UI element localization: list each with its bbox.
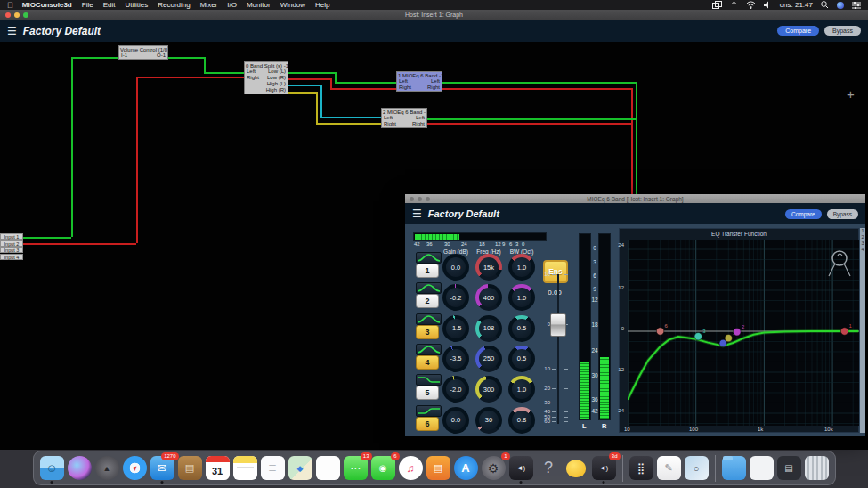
dock-books[interactable]: ▤ <box>426 455 451 481</box>
band-5-freq-knob[interactable]: 300 <box>475 376 502 403</box>
dock-minimized-window[interactable] <box>749 455 775 481</box>
band-2-gain-knob[interactable]: -0.2 <box>442 284 469 311</box>
eq-bypass-button[interactable]: Bypass <box>827 209 858 219</box>
band-6-enable-button[interactable]: 6 <box>416 417 439 431</box>
wifi-icon[interactable] <box>746 1 756 9</box>
port-Left[interactable]: Left <box>416 115 425 121</box>
dock-reminders[interactable]: ☰ <box>260 455 286 481</box>
dock-launchpad[interactable]: ▲ <box>94 455 120 481</box>
band-2-shape-button[interactable] <box>416 282 442 294</box>
eq-traffic-lights[interactable] <box>410 197 430 201</box>
port-I-1[interactable]: I-1 <box>121 53 127 59</box>
fader-handle[interactable] <box>550 313 566 337</box>
dock-safari[interactable]: ➤ <box>122 455 148 481</box>
graph-node-eq2[interactable]: 2 MIOEq 6 Band -1LeftLeftRightRight <box>381 108 427 128</box>
graph-preset-name[interactable]: Factory Default <box>23 25 101 37</box>
dock-facetime[interactable]: ◉6 <box>370 455 396 481</box>
band-2-freq-knob[interactable]: 400 <box>475 284 502 311</box>
input-tag-3[interactable]: Input 3 <box>0 247 23 253</box>
eq-band-1-handle[interactable] <box>840 328 848 335</box>
dock-finder[interactable]: ☺ <box>39 455 65 481</box>
input-tag-4[interactable]: Input 4 <box>0 254 23 260</box>
eq-minimize-button[interactable] <box>418 197 422 201</box>
band-1-bw-knob[interactable]: 1.0 <box>508 254 535 281</box>
dock-help[interactable]: ? <box>536 455 562 481</box>
graph-node-bandsplit[interactable]: 0 Band Split (s) -1LeftLow (L)RightLow (… <box>244 61 288 94</box>
traffic-lights[interactable] <box>5 12 28 18</box>
fader-track[interactable] <box>557 274 559 424</box>
graph-node-volume[interactable]: Volume Control (1/8I-1O-1 <box>118 45 168 60</box>
volume-icon[interactable] <box>764 1 772 9</box>
port-Right[interactable]: Right <box>247 75 259 81</box>
menu-item-utilities[interactable]: Utilities <box>125 1 148 9</box>
band-4-freq-knob[interactable]: 250 <box>475 346 502 372</box>
dock-mail[interactable]: ✉1270 <box>150 455 175 481</box>
dock-textedit[interactable]: ✎ <box>656 455 682 481</box>
control-center-icon[interactable] <box>852 2 861 9</box>
menu-item-help[interactable]: Help <box>315 1 329 9</box>
compare-button[interactable]: Compare <box>777 26 819 36</box>
port-Right[interactable]: Right <box>384 121 396 127</box>
band-5-bw-knob[interactable]: 1.0 <box>508 376 535 403</box>
zoom-button[interactable] <box>23 12 28 18</box>
eq-band-6-handle[interactable] <box>656 328 663 335</box>
dock-maps[interactable]: ◆ <box>288 455 313 481</box>
airplay-icon[interactable] <box>730 1 738 9</box>
band-4-bw-knob[interactable]: 0.5 <box>508 346 535 372</box>
port-Low (L)[interactable]: Low (L) <box>268 69 286 75</box>
menu-app-name[interactable]: MIOConsole3d <box>22 1 72 9</box>
dock-trash[interactable] <box>804 455 830 481</box>
band-5-gain-knob[interactable]: -2.0 <box>442 376 469 403</box>
dock-minimized-window-2[interactable]: ▤ <box>776 455 802 481</box>
band-2-bw-knob[interactable]: 1.0 <box>508 284 535 311</box>
plot-zoom-preset-3[interactable]: 3 <box>860 240 865 247</box>
dock-messages[interactable]: ⋯13 <box>343 455 369 481</box>
menu-item-edit[interactable]: Edit <box>103 1 116 9</box>
eq-preset-name[interactable]: Factory Default <box>428 208 499 219</box>
band-6-bw-knob[interactable]: 0.8 <box>508 407 535 434</box>
band-6-freq-knob[interactable]: 30 <box>475 407 502 434</box>
band-1-gain-knob[interactable]: 0.0 <box>442 254 469 281</box>
port-Low (R)[interactable]: Low (R) <box>267 75 286 81</box>
input-tag-1[interactable]: Input 1 <box>0 233 23 240</box>
dock-app-store[interactable]: A <box>453 455 479 481</box>
dock-mio-console-3d[interactable]: ◄)3d <box>591 455 617 481</box>
port-O-1[interactable]: O-1 <box>157 53 166 59</box>
add-node-tool[interactable]: + <box>847 86 855 102</box>
port-Left[interactable]: Left <box>431 78 440 85</box>
port-Left[interactable]: Left <box>384 115 393 121</box>
menu-item-mixer[interactable]: Mixer <box>200 1 218 9</box>
band-5-enable-button[interactable]: 5 <box>416 386 439 400</box>
dock-system-preferences[interactable]: ⚙1 <box>481 455 507 481</box>
eq-compare-button[interactable]: Compare <box>785 209 822 219</box>
minimize-button[interactable] <box>14 12 20 18</box>
bypass-button[interactable]: Bypass <box>824 26 861 36</box>
port-High (L)[interactable]: High (L) <box>267 81 286 87</box>
dock-preview[interactable]: ○ <box>684 455 710 481</box>
plot-zoom-preset-4[interactable]: 4 <box>860 247 865 253</box>
apple-menu-icon[interactable]:  <box>7 1 13 10</box>
windows-icon[interactable] <box>712 1 722 9</box>
eq-window-titlebar[interactable]: MIOEq 6 Band [Host: Insert 1: Graph] <box>405 194 865 203</box>
plot-zoom-preset-1[interactable]: 1 <box>860 228 865 234</box>
band-6-shape-button[interactable] <box>416 405 442 417</box>
dock-contacts[interactable]: ▤ <box>177 455 203 481</box>
eq-band-5-handle[interactable] <box>725 334 732 341</box>
band-1-freq-knob[interactable]: 15k <box>475 254 502 281</box>
dock-photos[interactable] <box>315 455 341 481</box>
band-6-gain-knob[interactable]: 0.0 <box>442 407 469 434</box>
spotlight-icon[interactable] <box>821 1 829 9</box>
plot-zoom-strip[interactable]: 1234 <box>860 228 865 433</box>
eq-band-3-handle[interactable] <box>694 333 702 340</box>
port-Right[interactable]: Right <box>412 121 425 127</box>
dock-notes[interactable] <box>232 455 258 481</box>
plot-zoom-preset-2[interactable]: 2 <box>860 234 865 240</box>
menu-item-file[interactable]: File <box>82 1 93 9</box>
band-4-gain-knob[interactable]: -3.5 <box>442 346 469 372</box>
eq-close-button[interactable] <box>410 197 414 201</box>
port-Right[interactable]: Right <box>427 85 440 91</box>
band-4-enable-button[interactable]: 4 <box>416 355 439 370</box>
menu-item-i-o[interactable]: I/O <box>227 1 237 9</box>
band-1-shape-button[interactable] <box>416 252 442 264</box>
dock-siri[interactable] <box>67 455 93 481</box>
